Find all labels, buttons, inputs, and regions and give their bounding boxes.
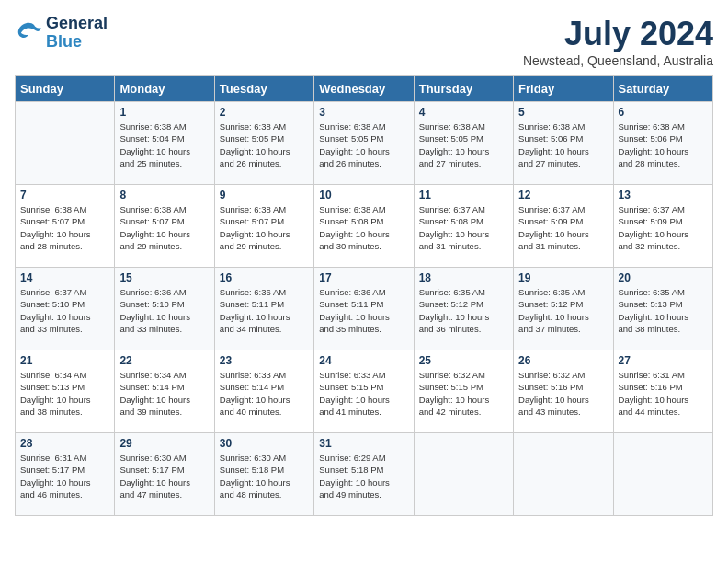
calendar-cell: 19Sunrise: 6:35 AM Sunset: 5:12 PM Dayli… xyxy=(514,268,613,350)
day-info: Sunrise: 6:36 AM Sunset: 5:10 PM Dayligh… xyxy=(119,286,209,335)
calendar-header-row: SundayMondayTuesdayWednesdayThursdayFrid… xyxy=(16,76,713,102)
calendar-table: SundayMondayTuesdayWednesdayThursdayFrid… xyxy=(15,75,713,516)
calendar-cell: 8Sunrise: 6:38 AM Sunset: 5:07 PM Daylig… xyxy=(115,185,214,268)
day-number: 11 xyxy=(419,189,508,201)
week-row-1: 1Sunrise: 6:38 AM Sunset: 5:04 PM Daylig… xyxy=(16,102,713,185)
calendar-cell xyxy=(514,433,613,516)
day-number: 20 xyxy=(619,271,708,284)
day-number: 17 xyxy=(319,271,408,284)
calendar-cell: 9Sunrise: 6:38 AM Sunset: 5:07 PM Daylig… xyxy=(214,185,313,268)
day-number: 15 xyxy=(119,271,209,284)
day-number: 14 xyxy=(20,271,109,284)
day-info: Sunrise: 6:38 AM Sunset: 5:08 PM Dayligh… xyxy=(319,203,408,252)
day-number: 31 xyxy=(319,437,408,450)
day-number: 26 xyxy=(518,354,608,367)
day-number: 9 xyxy=(220,189,309,201)
page-header: General Blue July 2024 Newstead, Queensl… xyxy=(15,15,713,68)
day-info: Sunrise: 6:33 AM Sunset: 5:14 PM Dayligh… xyxy=(220,369,309,418)
day-info: Sunrise: 6:38 AM Sunset: 5:07 PM Dayligh… xyxy=(20,203,109,252)
calendar-cell: 11Sunrise: 6:37 AM Sunset: 5:08 PM Dayli… xyxy=(414,185,513,268)
day-info: Sunrise: 6:38 AM Sunset: 5:07 PM Dayligh… xyxy=(220,203,309,252)
day-number: 29 xyxy=(119,437,209,450)
day-number: 5 xyxy=(518,106,608,119)
calendar-cell: 20Sunrise: 6:35 AM Sunset: 5:13 PM Dayli… xyxy=(613,268,712,350)
day-info: Sunrise: 6:38 AM Sunset: 5:06 PM Dayligh… xyxy=(518,121,608,169)
logo: General Blue xyxy=(15,15,108,52)
calendar-cell xyxy=(16,102,115,185)
calendar-cell: 2Sunrise: 6:38 AM Sunset: 5:05 PM Daylig… xyxy=(214,102,313,185)
day-number: 1 xyxy=(119,106,209,119)
day-info: Sunrise: 6:33 AM Sunset: 5:15 PM Dayligh… xyxy=(319,369,408,418)
day-number: 8 xyxy=(119,189,209,201)
calendar-cell: 25Sunrise: 6:32 AM Sunset: 5:15 PM Dayli… xyxy=(414,350,513,433)
title-block: July 2024 Newstead, Queensland, Australi… xyxy=(523,15,713,68)
day-number: 13 xyxy=(619,189,708,201)
day-info: Sunrise: 6:32 AM Sunset: 5:16 PM Dayligh… xyxy=(518,369,608,418)
header-cell-tuesday: Tuesday xyxy=(214,76,313,102)
day-info: Sunrise: 6:38 AM Sunset: 5:07 PM Dayligh… xyxy=(119,203,209,252)
day-number: 23 xyxy=(220,354,309,367)
calendar-cell: 1Sunrise: 6:38 AM Sunset: 5:04 PM Daylig… xyxy=(115,102,214,185)
calendar-cell: 27Sunrise: 6:31 AM Sunset: 5:16 PM Dayli… xyxy=(613,350,712,433)
day-number: 18 xyxy=(419,271,508,284)
day-info: Sunrise: 6:38 AM Sunset: 5:05 PM Dayligh… xyxy=(220,121,309,169)
day-number: 25 xyxy=(419,354,508,367)
day-info: Sunrise: 6:34 AM Sunset: 5:14 PM Dayligh… xyxy=(119,369,209,418)
month-year: July 2024 xyxy=(523,15,713,53)
day-number: 3 xyxy=(319,106,408,119)
day-info: Sunrise: 6:37 AM Sunset: 5:10 PM Dayligh… xyxy=(20,286,109,335)
day-number: 19 xyxy=(518,271,608,284)
week-row-2: 7Sunrise: 6:38 AM Sunset: 5:07 PM Daylig… xyxy=(16,185,713,268)
calendar-cell: 17Sunrise: 6:36 AM Sunset: 5:11 PM Dayli… xyxy=(314,268,414,350)
logo-line1: General xyxy=(46,15,108,33)
day-number: 4 xyxy=(419,106,508,119)
day-info: Sunrise: 6:38 AM Sunset: 5:04 PM Dayligh… xyxy=(119,121,209,169)
day-number: 6 xyxy=(619,106,708,119)
day-info: Sunrise: 6:30 AM Sunset: 5:18 PM Dayligh… xyxy=(220,452,309,500)
day-number: 12 xyxy=(518,189,608,201)
location: Newstead, Queensland, Australia xyxy=(523,53,713,68)
day-info: Sunrise: 6:36 AM Sunset: 5:11 PM Dayligh… xyxy=(319,286,408,335)
header-cell-wednesday: Wednesday xyxy=(314,76,414,102)
day-info: Sunrise: 6:34 AM Sunset: 5:13 PM Dayligh… xyxy=(20,369,109,418)
calendar-cell xyxy=(613,433,712,516)
week-row-5: 28Sunrise: 6:31 AM Sunset: 5:17 PM Dayli… xyxy=(16,433,713,516)
calendar-cell: 30Sunrise: 6:30 AM Sunset: 5:18 PM Dayli… xyxy=(214,433,313,516)
day-info: Sunrise: 6:35 AM Sunset: 5:13 PM Dayligh… xyxy=(619,286,708,335)
calendar-cell: 6Sunrise: 6:38 AM Sunset: 5:06 PM Daylig… xyxy=(613,102,712,185)
day-info: Sunrise: 6:35 AM Sunset: 5:12 PM Dayligh… xyxy=(518,286,608,335)
day-info: Sunrise: 6:30 AM Sunset: 5:17 PM Dayligh… xyxy=(119,452,209,500)
calendar-cell: 24Sunrise: 6:33 AM Sunset: 5:15 PM Dayli… xyxy=(314,350,414,433)
day-number: 2 xyxy=(220,106,309,119)
day-info: Sunrise: 6:31 AM Sunset: 5:16 PM Dayligh… xyxy=(619,369,708,418)
calendar-body: 1Sunrise: 6:38 AM Sunset: 5:04 PM Daylig… xyxy=(16,102,713,516)
header-cell-monday: Monday xyxy=(115,76,214,102)
calendar-cell: 22Sunrise: 6:34 AM Sunset: 5:14 PM Dayli… xyxy=(115,350,214,433)
calendar-cell: 14Sunrise: 6:37 AM Sunset: 5:10 PM Dayli… xyxy=(16,268,115,350)
calendar-cell: 21Sunrise: 6:34 AM Sunset: 5:13 PM Dayli… xyxy=(16,350,115,433)
day-number: 22 xyxy=(119,354,209,367)
calendar-cell: 12Sunrise: 6:37 AM Sunset: 5:09 PM Dayli… xyxy=(514,185,613,268)
calendar-cell: 7Sunrise: 6:38 AM Sunset: 5:07 PM Daylig… xyxy=(16,185,115,268)
day-number: 16 xyxy=(220,271,309,284)
day-info: Sunrise: 6:31 AM Sunset: 5:17 PM Dayligh… xyxy=(20,452,109,500)
day-info: Sunrise: 6:29 AM Sunset: 5:18 PM Dayligh… xyxy=(319,452,408,500)
day-number: 27 xyxy=(619,354,708,367)
day-info: Sunrise: 6:38 AM Sunset: 5:06 PM Dayligh… xyxy=(619,121,708,169)
calendar-cell: 5Sunrise: 6:38 AM Sunset: 5:06 PM Daylig… xyxy=(514,102,613,185)
day-info: Sunrise: 6:38 AM Sunset: 5:05 PM Dayligh… xyxy=(419,121,508,169)
day-number: 24 xyxy=(319,354,408,367)
day-info: Sunrise: 6:36 AM Sunset: 5:11 PM Dayligh… xyxy=(220,286,309,335)
day-number: 30 xyxy=(220,437,309,450)
header-cell-sunday: Sunday xyxy=(16,76,115,102)
day-info: Sunrise: 6:37 AM Sunset: 5:08 PM Dayligh… xyxy=(419,203,508,252)
calendar-cell: 23Sunrise: 6:33 AM Sunset: 5:14 PM Dayli… xyxy=(214,350,313,433)
calendar-cell: 13Sunrise: 6:37 AM Sunset: 5:09 PM Dayli… xyxy=(613,185,712,268)
calendar-cell: 3Sunrise: 6:38 AM Sunset: 5:05 PM Daylig… xyxy=(314,102,414,185)
calendar-cell: 4Sunrise: 6:38 AM Sunset: 5:05 PM Daylig… xyxy=(414,102,513,185)
calendar-cell: 28Sunrise: 6:31 AM Sunset: 5:17 PM Dayli… xyxy=(16,433,115,516)
day-info: Sunrise: 6:35 AM Sunset: 5:12 PM Dayligh… xyxy=(419,286,508,335)
header-cell-friday: Friday xyxy=(514,76,613,102)
day-number: 7 xyxy=(20,189,109,201)
calendar-cell: 31Sunrise: 6:29 AM Sunset: 5:18 PM Dayli… xyxy=(314,433,414,516)
